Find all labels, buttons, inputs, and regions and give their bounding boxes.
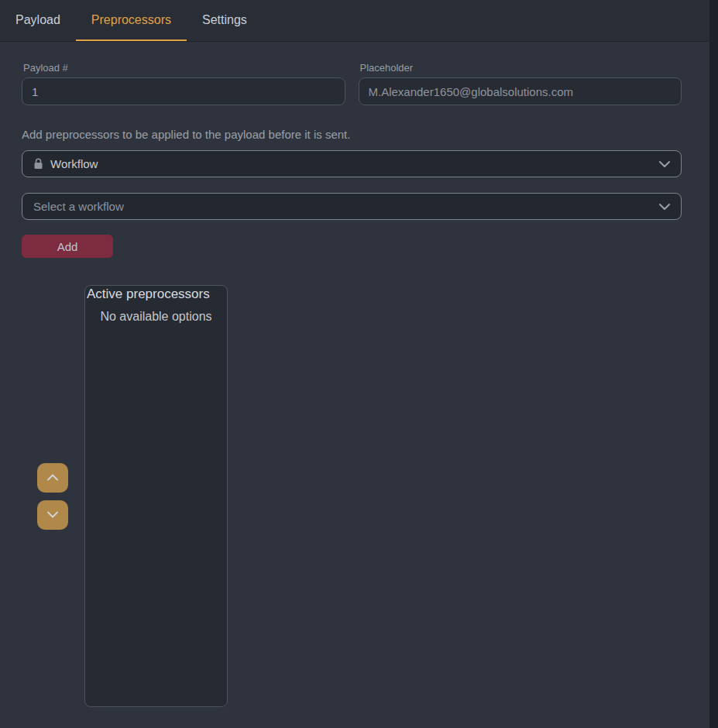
tab-bar: Payload Preprocessors Settings — [0, 0, 709, 42]
tab-content: Payload # Placeholder Add preprocessors … — [0, 42, 709, 707]
chevron-up-icon — [47, 472, 58, 483]
move-up-button[interactable] — [37, 463, 68, 493]
active-preprocessors-panel: Active preprocessors No available option… — [84, 285, 228, 707]
preprocessor-type-select[interactable]: Workflow — [22, 150, 682, 177]
chevron-down-icon — [659, 161, 670, 167]
payload-number-input[interactable] — [22, 77, 345, 105]
placeholder-input[interactable] — [359, 77, 682, 105]
scrollbar-track[interactable] — [709, 0, 718, 728]
move-down-button[interactable] — [37, 500, 68, 530]
payload-number-label: Payload # — [23, 62, 345, 74]
chevron-down-icon — [47, 509, 58, 520]
payload-number-field-group: Payload # — [22, 62, 345, 105]
preprocessors-helper-text: Add preprocessors to be applied to the p… — [22, 128, 682, 141]
active-preprocessors-title: Active preprocessors — [87, 287, 227, 302]
add-button[interactable]: Add — [22, 235, 113, 258]
workflow-select[interactable]: Select a workflow — [22, 193, 682, 220]
chevron-down-icon — [659, 204, 670, 210]
preprocessors-page: Payload Preprocessors Settings Payload #… — [0, 0, 709, 728]
no-options-message: No available options — [85, 310, 227, 324]
reorder-controls — [37, 285, 68, 707]
lock-icon — [33, 158, 43, 170]
tab-preprocessors[interactable]: Preprocessors — [76, 0, 187, 41]
workflow-select-placeholder: Select a workflow — [33, 200, 124, 213]
tab-settings[interactable]: Settings — [187, 0, 263, 41]
payload-fields-row: Payload # Placeholder — [22, 62, 682, 105]
active-preprocessors-section: Active preprocessors No available option… — [22, 285, 682, 707]
type-select-value: Workflow — [50, 157, 98, 170]
tab-payload[interactable]: Payload — [0, 0, 76, 41]
placeholder-field-group: Placeholder — [359, 62, 682, 105]
placeholder-label: Placeholder — [360, 62, 682, 74]
